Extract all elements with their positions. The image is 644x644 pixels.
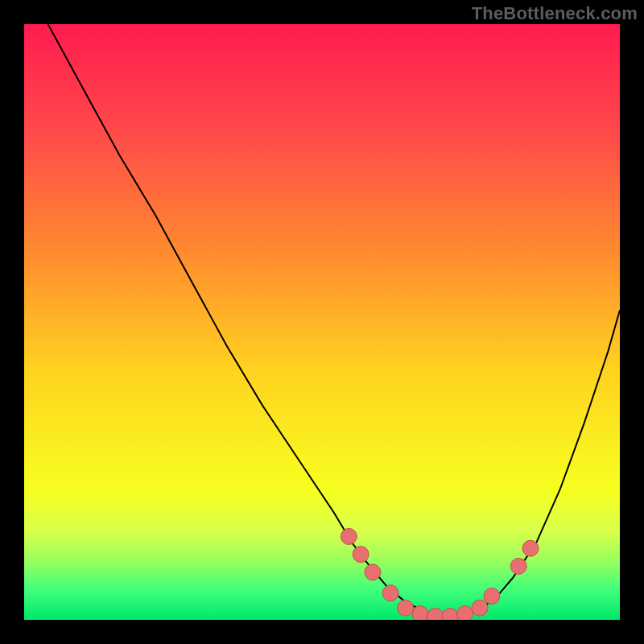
curve-marker xyxy=(382,585,398,601)
plot-background xyxy=(24,24,620,620)
curve-marker xyxy=(457,606,473,620)
curve-marker xyxy=(365,564,381,580)
curve-marker xyxy=(522,540,539,556)
chart-stage: TheBottleneck.com xyxy=(0,0,644,644)
curve-marker xyxy=(398,600,414,616)
bottleneck-chart xyxy=(24,24,620,620)
curve-marker xyxy=(484,588,500,604)
curve-marker xyxy=(472,600,488,616)
curve-marker xyxy=(353,547,369,563)
curve-marker xyxy=(341,528,357,544)
attribution-label: TheBottleneck.com xyxy=(472,3,638,24)
curve-marker xyxy=(510,558,526,574)
curve-marker xyxy=(412,606,428,620)
